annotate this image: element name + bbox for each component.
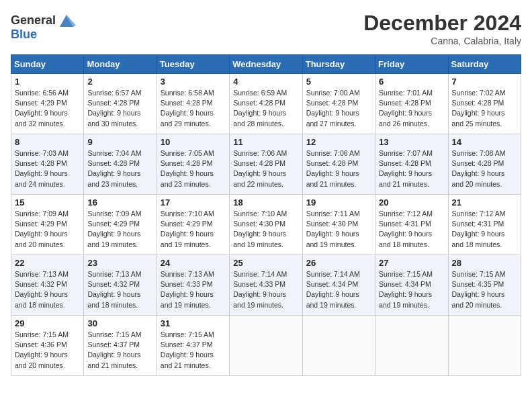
day-info: Sunrise: 7:08 AM Sunset: 4:28 PM Dayligh… <box>452 148 517 189</box>
calendar-cell: 13 Sunrise: 7:07 AM Sunset: 4:28 PM Dayl… <box>375 134 448 195</box>
day-number: 1 <box>15 77 80 87</box>
day-number: 28 <box>452 258 517 268</box>
weekday-header-sunday: Sunday <box>11 55 84 74</box>
calendar-cell <box>230 316 302 376</box>
calendar-cell: 6 Sunrise: 7:01 AM Sunset: 4:28 PM Dayli… <box>375 74 448 134</box>
calendar-cell: 3 Sunrise: 6:58 AM Sunset: 4:28 PM Dayli… <box>157 74 229 134</box>
calendar-cell: 19 Sunrise: 7:11 AM Sunset: 4:30 PM Dayl… <box>302 195 375 255</box>
day-info: Sunrise: 7:13 AM Sunset: 4:32 PM Dayligh… <box>87 269 152 310</box>
calendar-cell: 2 Sunrise: 6:57 AM Sunset: 4:28 PM Dayli… <box>84 74 157 134</box>
calendar-cell: 11 Sunrise: 7:06 AM Sunset: 4:28 PM Dayl… <box>230 134 302 195</box>
day-number: 26 <box>306 258 371 268</box>
day-number: 24 <box>161 258 226 268</box>
day-number: 22 <box>15 258 80 268</box>
calendar-cell: 10 Sunrise: 7:05 AM Sunset: 4:28 PM Dayl… <box>157 134 229 195</box>
day-info: Sunrise: 7:09 AM Sunset: 4:29 PM Dayligh… <box>15 209 80 250</box>
day-number: 20 <box>379 197 444 208</box>
calendar-cell: 30 Sunrise: 7:15 AM Sunset: 4:37 PM Dayl… <box>84 316 157 376</box>
page-header: General Blue December 2024 Canna, Calabr… <box>11 11 521 46</box>
weekday-header-thursday: Thursday <box>302 55 375 74</box>
day-number: 6 <box>379 77 444 87</box>
day-number: 16 <box>87 197 152 208</box>
calendar-subtitle: Canna, Calabria, Italy <box>363 36 521 46</box>
day-info: Sunrise: 7:15 AM Sunset: 4:37 PM Dayligh… <box>87 330 152 371</box>
logo: General Blue <box>11 11 76 40</box>
calendar-cell: 29 Sunrise: 7:15 AM Sunset: 4:36 PM Dayl… <box>11 316 84 376</box>
day-number: 18 <box>233 197 298 208</box>
calendar-cell: 9 Sunrise: 7:04 AM Sunset: 4:28 PM Dayli… <box>84 134 157 195</box>
day-number: 10 <box>161 137 226 147</box>
calendar-week-row: 29 Sunrise: 7:15 AM Sunset: 4:36 PM Dayl… <box>11 316 521 376</box>
day-number: 9 <box>87 137 152 147</box>
calendar-cell <box>375 316 448 376</box>
calendar-cell: 1 Sunrise: 6:56 AM Sunset: 4:29 PM Dayli… <box>11 74 84 134</box>
day-number: 31 <box>161 318 226 328</box>
weekday-header-row: SundayMondayTuesdayWednesdayThursdayFrid… <box>11 55 521 74</box>
calendar-cell: 12 Sunrise: 7:06 AM Sunset: 4:28 PM Dayl… <box>302 134 375 195</box>
day-number: 11 <box>233 137 298 147</box>
day-number: 25 <box>233 258 298 268</box>
calendar-table: SundayMondayTuesdayWednesdayThursdayFrid… <box>11 54 521 376</box>
calendar-cell: 25 Sunrise: 7:14 AM Sunset: 4:33 PM Dayl… <box>230 255 302 316</box>
day-info: Sunrise: 7:02 AM Sunset: 4:28 PM Dayligh… <box>452 88 517 129</box>
day-info: Sunrise: 7:12 AM Sunset: 4:31 PM Dayligh… <box>379 209 444 250</box>
title-block: December 2024 Canna, Calabria, Italy <box>363 11 521 46</box>
logo-text-blue: Blue <box>11 28 76 40</box>
calendar-cell <box>302 316 375 376</box>
day-number: 21 <box>452 197 517 208</box>
logo-icon <box>57 11 76 30</box>
calendar-cell: 24 Sunrise: 7:13 AM Sunset: 4:33 PM Dayl… <box>157 255 229 316</box>
day-number: 19 <box>306 197 371 208</box>
calendar-cell: 18 Sunrise: 7:10 AM Sunset: 4:30 PM Dayl… <box>230 195 302 255</box>
calendar-week-row: 15 Sunrise: 7:09 AM Sunset: 4:29 PM Dayl… <box>11 195 521 255</box>
day-number: 7 <box>452 77 517 87</box>
day-info: Sunrise: 7:14 AM Sunset: 4:34 PM Dayligh… <box>306 269 371 310</box>
day-number: 23 <box>87 258 152 268</box>
calendar-cell: 17 Sunrise: 7:10 AM Sunset: 4:29 PM Dayl… <box>157 195 229 255</box>
calendar-cell: 26 Sunrise: 7:14 AM Sunset: 4:34 PM Dayl… <box>302 255 375 316</box>
day-number: 30 <box>87 318 152 328</box>
day-info: Sunrise: 7:01 AM Sunset: 4:28 PM Dayligh… <box>379 88 444 129</box>
day-number: 17 <box>161 197 226 208</box>
day-info: Sunrise: 6:57 AM Sunset: 4:28 PM Dayligh… <box>87 88 152 129</box>
day-number: 29 <box>15 318 80 328</box>
weekday-header-friday: Friday <box>375 55 448 74</box>
day-info: Sunrise: 7:11 AM Sunset: 4:30 PM Dayligh… <box>306 209 371 250</box>
day-info: Sunrise: 7:06 AM Sunset: 4:28 PM Dayligh… <box>306 148 371 189</box>
day-number: 27 <box>379 258 444 268</box>
day-info: Sunrise: 7:04 AM Sunset: 4:28 PM Dayligh… <box>87 148 152 189</box>
calendar-week-row: 8 Sunrise: 7:03 AM Sunset: 4:28 PM Dayli… <box>11 134 521 195</box>
day-number: 14 <box>452 137 517 147</box>
day-info: Sunrise: 7:13 AM Sunset: 4:32 PM Dayligh… <box>15 269 80 310</box>
calendar-cell: 22 Sunrise: 7:13 AM Sunset: 4:32 PM Dayl… <box>11 255 84 316</box>
calendar-cell: 28 Sunrise: 7:15 AM Sunset: 4:35 PM Dayl… <box>448 255 521 316</box>
calendar-cell: 23 Sunrise: 7:13 AM Sunset: 4:32 PM Dayl… <box>84 255 157 316</box>
day-number: 15 <box>15 197 80 208</box>
day-number: 12 <box>306 137 371 147</box>
day-info: Sunrise: 7:14 AM Sunset: 4:33 PM Dayligh… <box>233 269 298 310</box>
day-info: Sunrise: 7:05 AM Sunset: 4:28 PM Dayligh… <box>161 148 226 189</box>
calendar-cell: 31 Sunrise: 7:15 AM Sunset: 4:37 PM Dayl… <box>157 316 229 376</box>
calendar-cell: 14 Sunrise: 7:08 AM Sunset: 4:28 PM Dayl… <box>448 134 521 195</box>
day-info: Sunrise: 6:58 AM Sunset: 4:28 PM Dayligh… <box>161 88 226 129</box>
day-info: Sunrise: 6:59 AM Sunset: 4:28 PM Dayligh… <box>233 88 298 129</box>
day-info: Sunrise: 7:12 AM Sunset: 4:31 PM Dayligh… <box>452 209 517 250</box>
day-number: 3 <box>161 77 226 87</box>
day-info: Sunrise: 7:00 AM Sunset: 4:28 PM Dayligh… <box>306 88 371 129</box>
day-info: Sunrise: 7:09 AM Sunset: 4:29 PM Dayligh… <box>87 209 152 250</box>
calendar-week-row: 1 Sunrise: 6:56 AM Sunset: 4:29 PM Dayli… <box>11 74 521 134</box>
calendar-cell: 8 Sunrise: 7:03 AM Sunset: 4:28 PM Dayli… <box>11 134 84 195</box>
day-number: 2 <box>87 77 152 87</box>
day-info: Sunrise: 7:15 AM Sunset: 4:35 PM Dayligh… <box>452 269 517 310</box>
day-info: Sunrise: 7:15 AM Sunset: 4:34 PM Dayligh… <box>379 269 444 310</box>
calendar-title: December 2024 <box>363 11 521 36</box>
calendar-cell <box>448 316 521 376</box>
day-info: Sunrise: 7:15 AM Sunset: 4:37 PM Dayligh… <box>161 330 226 371</box>
day-info: Sunrise: 7:07 AM Sunset: 4:28 PM Dayligh… <box>379 148 444 189</box>
day-number: 8 <box>15 137 80 147</box>
calendar-cell: 5 Sunrise: 7:00 AM Sunset: 4:28 PM Dayli… <box>302 74 375 134</box>
day-info: Sunrise: 6:56 AM Sunset: 4:29 PM Dayligh… <box>15 88 80 129</box>
calendar-cell: 20 Sunrise: 7:12 AM Sunset: 4:31 PM Dayl… <box>375 195 448 255</box>
calendar-cell: 15 Sunrise: 7:09 AM Sunset: 4:29 PM Dayl… <box>11 195 84 255</box>
calendar-week-row: 22 Sunrise: 7:13 AM Sunset: 4:32 PM Dayl… <box>11 255 521 316</box>
